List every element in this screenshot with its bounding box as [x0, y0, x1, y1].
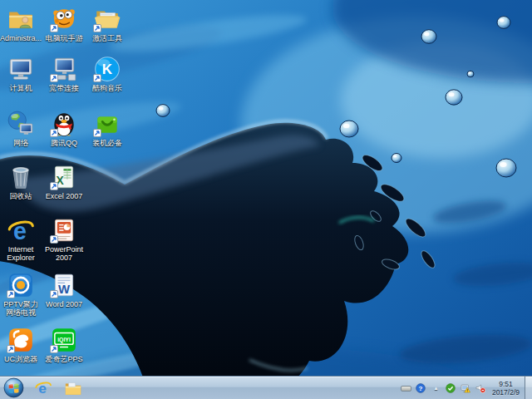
desktop-icon-label: 网络: [0, 139, 42, 147]
svg-text:W: W: [58, 283, 71, 296]
computer-icon: [7, 55, 35, 83]
user-folder-icon: [7, 5, 35, 33]
desktop-icon-label: 宽带连接: [43, 84, 85, 92]
taskbar-ie-button[interactable]: e: [33, 379, 53, 397]
desktop-icon-label: PowerPoint 2007: [43, 245, 85, 263]
audio-muted-icon[interactable]: [475, 383, 486, 394]
desktop-icon-label: Internet Explorer: [0, 245, 42, 263]
open-folder-icon: [93, 5, 121, 33]
security-ok-icon[interactable]: [446, 383, 456, 394]
iqiyi-pps-icon: iQIYI: [50, 326, 78, 354]
taskbar: e ? ▲ 9:51 2017/2/9: [0, 376, 532, 399]
show-hidden-icons-button[interactable]: ▲: [431, 383, 441, 394]
word-icon: W: [50, 271, 78, 299]
broadband-connection-icon: [50, 55, 78, 83]
shortcut-arrow-icon: [7, 290, 15, 298]
svg-text:iQIYI: iQIYI: [57, 337, 71, 343]
recycle-bin-icon: [7, 163, 35, 191]
shortcut-arrow-icon: [50, 24, 58, 32]
desktop-icon-label: Administra...: [0, 34, 42, 42]
desktop-icon-game-mascot[interactable]: 电脑玩手游: [43, 5, 85, 42]
show-desktop-button[interactable]: [525, 377, 532, 399]
desktop-icon-label: 腾讯QQ: [43, 139, 85, 147]
desktop-icon-label: 装机必备: [86, 139, 128, 147]
system-tray: ? ▲ 9:51 2017/2/9: [401, 377, 521, 399]
game-mascot-icon: [50, 5, 78, 33]
desktop-icon-software-bag[interactable]: 装机必备: [86, 110, 128, 147]
network-warning-icon[interactable]: [461, 383, 471, 394]
svg-text:K: K: [102, 62, 113, 77]
shortcut-arrow-icon: [50, 182, 58, 190]
desktop-icon-label: UC浏览器: [0, 355, 42, 363]
powerpoint-icon: [50, 216, 78, 244]
windows-desktop: Administra... 电脑玩手游 激活工具 计算机 宽带连接 K: [0, 0, 532, 399]
internet-explorer-icon: e: [7, 216, 35, 244]
desktop-icon-recycle-bin[interactable]: 回收站: [0, 163, 42, 200]
desktop-icon-qq[interactable]: 腾讯QQ: [43, 110, 85, 147]
desktop-icon-powerpoint[interactable]: PowerPoint 2007: [43, 216, 85, 263]
desktop-icon-network[interactable]: 网络: [0, 110, 42, 147]
desktop-icon-iqiyi[interactable]: iQIYI 爱奇艺PPS: [43, 326, 85, 363]
clock-time: 9:51: [492, 380, 520, 388]
clock-date: 2017/2/9: [492, 388, 520, 397]
desktop-icon-label: PPTV聚力 网络电视: [0, 300, 42, 318]
shortcut-arrow-icon: [50, 129, 58, 137]
desktop-icon-internet-explorer[interactable]: e Internet Explorer: [0, 216, 42, 263]
help-icon[interactable]: ?: [416, 383, 426, 394]
excel-icon: X: [50, 163, 78, 191]
shortcut-arrow-icon: [50, 235, 58, 244]
desktop-icon-label: 酷狗音乐: [86, 84, 128, 92]
shortcut-arrow-icon: [50, 290, 58, 298]
desktop-icon-label: Excel 2007: [43, 192, 85, 200]
desktop-icon-word[interactable]: W Word 2007: [43, 271, 85, 308]
desktop-icon-label: Word 2007: [43, 300, 85, 308]
desktop-icon-label: 爱奇艺PPS: [43, 355, 85, 363]
language-bar-icon[interactable]: [401, 383, 411, 394]
taskbar-explorer-button[interactable]: [63, 379, 83, 397]
desktop-icon-label: 回收站: [0, 192, 42, 200]
shortcut-arrow-icon: [50, 345, 58, 353]
desktop-icon-activation-tools[interactable]: 激活工具: [86, 5, 128, 42]
desktop-icon-label: 计算机: [0, 84, 42, 92]
shortcut-arrow-icon: [93, 24, 101, 32]
qq-penguin-icon: [50, 110, 78, 138]
shortcut-arrow-icon: [50, 74, 58, 82]
kugou-music-icon: K: [93, 55, 121, 83]
shortcut-arrow-icon: [93, 74, 101, 82]
desktop-icon-kugou[interactable]: K 酷狗音乐: [86, 55, 128, 92]
desktop-icon-computer[interactable]: 计算机: [0, 55, 42, 92]
desktop-icon-label: 激活工具: [86, 34, 128, 42]
shopping-bag-icon: [93, 110, 121, 138]
desktop-icon-pptv[interactable]: PPTV聚力 网络电视: [0, 271, 42, 318]
svg-text:?: ?: [419, 385, 423, 392]
desktop-icon-administrator[interactable]: Administra...: [0, 5, 42, 42]
shortcut-arrow-icon: [7, 345, 15, 353]
network-globe-icon: [7, 110, 35, 138]
desktop-icon-uc-browser[interactable]: UC浏览器: [0, 326, 42, 363]
taskbar-clock[interactable]: 9:51 2017/2/9: [490, 380, 521, 397]
desktop-icon-broadband[interactable]: 宽带连接: [43, 55, 85, 92]
desktop-icon-excel[interactable]: X Excel 2007: [43, 163, 85, 200]
shortcut-arrow-icon: [93, 129, 101, 137]
pptv-icon: [7, 271, 35, 299]
start-button[interactable]: [3, 377, 24, 398]
desktop-icon-label: 电脑玩手游: [43, 34, 85, 42]
uc-browser-icon: [7, 326, 35, 354]
